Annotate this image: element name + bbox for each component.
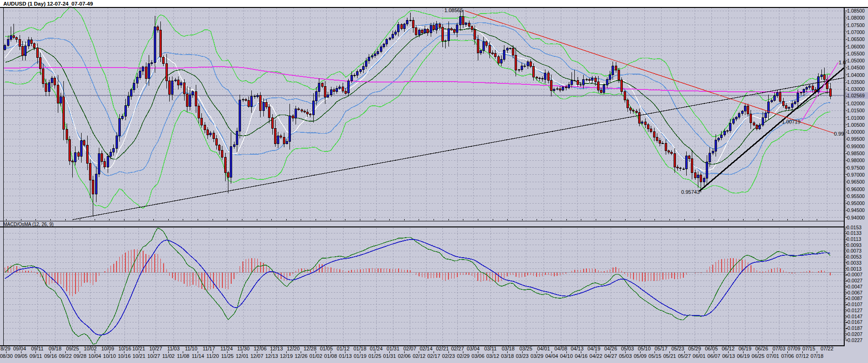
svg-text:06/25: 06/25 xyxy=(751,353,765,359)
svg-text:-0.0087: -0.0087 xyxy=(846,295,863,301)
svg-text:04/27: 04/27 xyxy=(604,353,617,359)
svg-text:-0.0047: -0.0047 xyxy=(846,284,863,289)
svg-text:0.0053: 0.0053 xyxy=(847,254,861,260)
svg-text:09/05: 09/05 xyxy=(14,353,28,359)
svg-text:02/12: 02/12 xyxy=(413,353,426,359)
svg-text:1.07000: 1.07000 xyxy=(847,29,865,35)
svg-text:12/26: 12/26 xyxy=(295,353,308,359)
svg-text:0.94500: 0.94500 xyxy=(847,207,865,213)
svg-text:1.01000: 1.01000 xyxy=(847,115,865,121)
svg-text:01/08: 01/08 xyxy=(324,353,337,359)
svg-text:11/08: 11/08 xyxy=(177,353,190,359)
svg-text:1.00719: 1.00719 xyxy=(782,119,800,124)
svg-text:04/16: 04/16 xyxy=(575,353,588,359)
svg-text:1.04500: 1.04500 xyxy=(847,65,865,70)
svg-text:03/18: 03/18 xyxy=(501,353,514,359)
svg-text:02/29: 02/29 xyxy=(457,353,470,359)
svg-text:10/21: 10/21 xyxy=(132,353,145,359)
svg-text:0.0153: 0.0153 xyxy=(847,225,861,230)
svg-text:1.01500: 1.01500 xyxy=(847,108,865,113)
svg-text:08/30: 08/30 xyxy=(0,353,13,359)
svg-text:12/19: 12/19 xyxy=(280,353,293,359)
svg-text:-0.0207: -0.0207 xyxy=(846,331,863,337)
svg-text:06/07: 06/07 xyxy=(708,353,721,359)
svg-text:07/18: 07/18 xyxy=(811,353,824,359)
svg-text:03/06: 03/06 xyxy=(472,353,485,359)
svg-text:1.02000: 1.02000 xyxy=(847,101,865,106)
svg-text:-0.0147: -0.0147 xyxy=(846,314,863,319)
svg-text:07/06: 07/06 xyxy=(781,353,794,359)
svg-text:11/14: 11/14 xyxy=(192,353,204,359)
svg-text:02/23: 02/23 xyxy=(442,353,455,359)
svg-text:02/17: 02/17 xyxy=(427,353,441,359)
svg-text:09/22: 09/22 xyxy=(59,353,72,359)
svg-text:0.97000: 0.97000 xyxy=(847,172,865,178)
svg-text:1.08565: 1.08565 xyxy=(444,7,463,13)
svg-text:11/25: 11/25 xyxy=(221,353,234,359)
svg-text:04/22: 04/22 xyxy=(590,353,603,359)
svg-text:0.99: 0.99 xyxy=(834,131,844,137)
svg-text:0.0113: 0.0113 xyxy=(847,236,861,242)
svg-text:03/12: 03/12 xyxy=(486,353,499,359)
svg-text:04/10: 04/10 xyxy=(560,353,573,359)
svg-text:03/23: 03/23 xyxy=(516,353,529,359)
svg-text:11/20: 11/20 xyxy=(207,353,219,359)
svg-text:07/12: 07/12 xyxy=(796,353,809,359)
svg-text:06/19: 06/19 xyxy=(737,353,750,359)
svg-text:11/02: 11/02 xyxy=(162,353,175,359)
svg-text:0.0013: 0.0013 xyxy=(847,266,861,272)
svg-text:05/03: 05/03 xyxy=(619,353,632,359)
svg-text:01/13: 01/13 xyxy=(339,353,352,359)
svg-text:-0.0187: -0.0187 xyxy=(846,325,863,331)
svg-text:1.03000: 1.03000 xyxy=(847,86,865,92)
svg-text:09/11: 09/11 xyxy=(29,353,42,359)
svg-text:06/01: 06/01 xyxy=(693,353,706,359)
svg-text:-0.0007: -0.0007 xyxy=(846,272,863,277)
svg-text:1.05000: 1.05000 xyxy=(847,58,865,63)
svg-text:05/21: 05/21 xyxy=(663,353,676,359)
svg-text:0.96500: 0.96500 xyxy=(847,179,865,185)
svg-text:09/28: 09/28 xyxy=(74,353,87,359)
svg-text:0.0033: 0.0033 xyxy=(847,260,861,266)
svg-text:0.99500: 0.99500 xyxy=(847,136,865,142)
svg-text:04/04: 04/04 xyxy=(545,353,558,359)
svg-text:1.03500: 1.03500 xyxy=(847,79,865,85)
svg-text:8/29: 8/29 xyxy=(0,346,10,351)
svg-text:1.04000: 1.04000 xyxy=(847,72,865,78)
svg-text:12/01: 12/01 xyxy=(236,353,249,359)
svg-text:0.96000: 0.96000 xyxy=(847,186,865,192)
svg-text:0.95000: 0.95000 xyxy=(847,200,865,206)
svg-text:0.95500: 0.95500 xyxy=(847,193,865,199)
svg-text:1.06000: 1.06000 xyxy=(847,44,865,49)
svg-text:0.94000: 0.94000 xyxy=(847,215,865,220)
svg-text:10/04: 10/04 xyxy=(88,353,101,359)
svg-text:1.06500: 1.06500 xyxy=(847,36,865,42)
svg-text:0.0133: 0.0133 xyxy=(847,230,861,236)
svg-text:10/16: 10/16 xyxy=(118,353,131,359)
svg-text:12/13: 12/13 xyxy=(265,353,278,359)
svg-text:12/07: 12/07 xyxy=(250,353,263,359)
svg-text:02/06: 02/06 xyxy=(398,353,411,359)
svg-text:01/19: 01/19 xyxy=(354,353,367,359)
svg-text:01/25: 01/25 xyxy=(368,353,381,359)
svg-text:0.0093: 0.0093 xyxy=(847,242,861,248)
svg-text:10/10: 10/10 xyxy=(103,353,116,359)
svg-text:1.08500: 1.08500 xyxy=(847,8,865,14)
svg-text:01/31: 01/31 xyxy=(383,353,396,359)
svg-text:1.02569: 1.02569 xyxy=(847,93,865,98)
svg-text:01/02: 01/02 xyxy=(310,353,323,359)
svg-text:03/29: 03/29 xyxy=(530,353,544,359)
svg-text:-0.0167: -0.0167 xyxy=(846,319,863,325)
svg-text:05/15: 05/15 xyxy=(648,353,661,359)
svg-text:MACD/OsMA (12, 26, 9): MACD/OsMA (12, 26, 9) xyxy=(3,222,54,227)
svg-text:-0.0227: -0.0227 xyxy=(846,337,863,343)
svg-text:05/09: 05/09 xyxy=(634,353,647,359)
svg-text:0.98500: 0.98500 xyxy=(847,151,865,156)
svg-text:AUDUSD (1 Day) 12-07-24_07-07-: AUDUSD (1 Day) 12-07-24_07-07-49 xyxy=(3,1,93,7)
svg-text:10/27: 10/27 xyxy=(147,353,160,359)
svg-text:-0.0107: -0.0107 xyxy=(846,301,863,307)
svg-text:09/16: 09/16 xyxy=(44,353,57,359)
svg-text:06/13: 06/13 xyxy=(722,353,735,359)
svg-text:0.95743: 0.95743 xyxy=(681,189,700,195)
svg-text:0.98000: 0.98000 xyxy=(847,158,865,163)
